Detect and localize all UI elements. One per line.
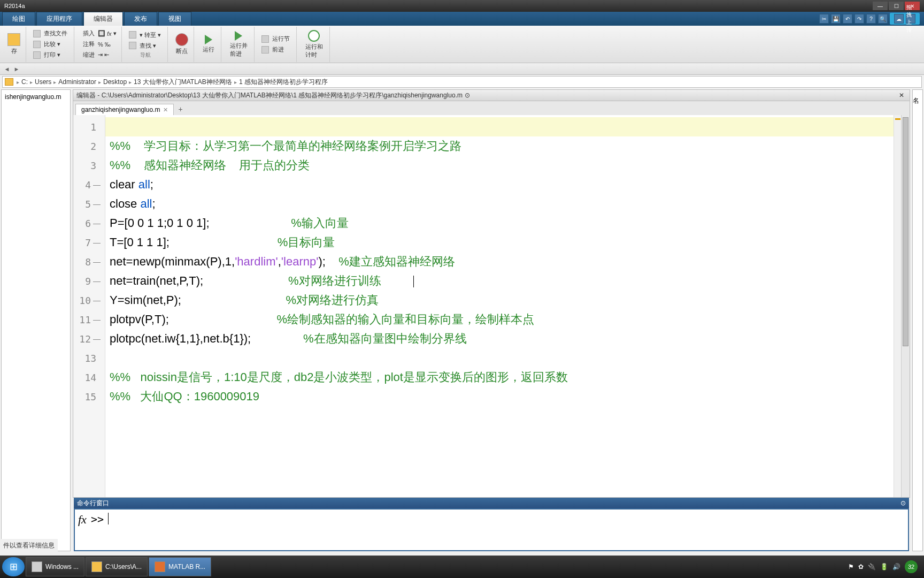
forward-button[interactable]: ► xyxy=(12,64,21,74)
code-editor[interactable]: 1 2 3 4—5—6—7—8—9—10—11—12—13 14 15 %% 学… xyxy=(73,115,910,498)
dock-cmd-icon[interactable]: ⊙ xyxy=(900,499,906,507)
goto-icon xyxy=(129,31,136,39)
insert-row[interactable]: 插入 🔲 fx ▾ xyxy=(80,28,118,39)
undo-icon[interactable]: ↶ xyxy=(843,14,852,24)
code-body[interactable]: %% 学习目标：从学习第一个最简单的神经网络案例开启学习之路%% 感知器神经网络… xyxy=(105,115,894,497)
explorer-icon xyxy=(32,561,42,572)
tab-apps[interactable]: 应用程序 xyxy=(36,12,82,26)
crumb-folder1[interactable]: 13 大仙带你入门MATLAB神经网络 xyxy=(133,78,233,87)
main-tabstrip: 绘图 应用程序 编辑器 发布 视图 ✂ 💾 ↶ ↷ ? 🔍 ☁ 拖拽上传 xyxy=(0,12,924,26)
editor-path: 编辑器 - C:\Users\Administrator\Desktop\13 … xyxy=(76,91,463,100)
crumb-c[interactable]: C: xyxy=(20,78,29,86)
save-file-icon xyxy=(7,33,20,46)
cut-icon[interactable]: ✂ xyxy=(819,14,829,24)
file-item[interactable]: ishenjingwangluo.m xyxy=(4,92,68,102)
run-section-button[interactable]: 运行节 xyxy=(260,34,293,44)
breadcrumb[interactable]: ▸ C:▸ Users▸ Administrator▸ Desktop▸ 13 … xyxy=(2,76,922,88)
advance-icon xyxy=(261,46,269,54)
clock-icon xyxy=(308,30,320,42)
close-editor-icon[interactable]: ✕ xyxy=(897,92,906,99)
command-prompt: >> xyxy=(91,513,104,526)
find-files-button[interactable]: 查找文件 xyxy=(32,28,71,39)
maximize-button[interactable]: ☐ xyxy=(889,2,904,10)
shield-icon[interactable]: ✿ xyxy=(858,563,864,571)
editor-panel: 编辑器 - C:\Users\Administrator\Desktop\13 … xyxy=(73,89,910,551)
text-cursor xyxy=(108,513,109,524)
message-strip[interactable] xyxy=(894,115,901,497)
search-doc-icon[interactable]: 🔍 xyxy=(878,14,888,24)
command-input-area[interactable]: fx >> xyxy=(74,508,909,551)
tab-view[interactable]: 视图 xyxy=(158,12,191,26)
search-icon xyxy=(129,42,136,49)
crumb-users[interactable]: Users xyxy=(34,78,52,86)
breakpoint-icon xyxy=(175,33,188,46)
app-title: R2014a xyxy=(4,3,25,9)
back-button[interactable]: ◄ xyxy=(2,64,12,74)
notification-count[interactable]: 32 xyxy=(905,560,918,573)
run-button[interactable]: 运行 xyxy=(199,34,218,55)
status-hint: 件以查看详细信息 xyxy=(0,539,58,552)
main-area: ishenjingwangluo.m 编辑器 - C:\Users\Admini… xyxy=(0,88,924,552)
taskbar-item[interactable]: Windows ... xyxy=(26,557,84,576)
file-tabs: ganzhiqishenjingwangluo.m ✕ + xyxy=(73,101,910,115)
battery-icon[interactable]: 🔋 xyxy=(880,563,888,571)
tab-editor[interactable]: 编辑器 xyxy=(83,12,123,26)
crumb-admin[interactable]: Administrator xyxy=(57,78,97,86)
help-icon[interactable]: ? xyxy=(866,14,876,24)
find-button[interactable]: 查找 ▾ xyxy=(127,41,164,51)
line-gutter: 1 2 3 4—5—6—7—8—9—10—11—12—13 14 15 xyxy=(73,115,105,497)
crumb-desktop[interactable]: Desktop xyxy=(102,78,128,86)
goto-button[interactable]: ▾ 转至 ▾ xyxy=(127,30,164,40)
crumb-folder2[interactable]: 1 感知器神经网络初步学习程序 xyxy=(238,78,329,87)
find-icon xyxy=(33,30,41,37)
comment-row[interactable]: 注释 % ‰ xyxy=(80,39,118,49)
taskbar-item[interactable]: C:\Users\A... xyxy=(86,557,148,576)
print-button[interactable]: 打印 ▾ xyxy=(32,50,71,60)
current-folder-panel[interactable]: ishenjingwangluo.m xyxy=(1,89,71,551)
current-line-highlight xyxy=(105,117,894,136)
windows-taskbar: ⊞ Windows ... C:\Users\A... MATLAB R... … xyxy=(0,556,924,578)
nav-history: ◄ ► xyxy=(0,63,924,75)
run-section-icon xyxy=(261,35,269,43)
editor-titlebar: 编辑器 - C:\Users\Administrator\Desktop\13 … xyxy=(73,89,910,101)
fx-icon[interactable]: fx xyxy=(78,513,87,527)
volume-icon[interactable]: 🔊 xyxy=(892,563,900,571)
command-window: 命令行窗口 ⊙ fx >> xyxy=(74,498,909,551)
play-icon xyxy=(205,35,212,44)
flag-icon[interactable]: ⚑ xyxy=(848,563,854,571)
matlab-icon xyxy=(155,561,165,572)
close-tab-icon[interactable]: ✕ xyxy=(163,107,168,113)
dock-icon[interactable]: ⊙ xyxy=(463,92,472,99)
print-icon xyxy=(33,51,41,59)
run-time-button[interactable]: 运行和 计时 xyxy=(302,29,326,60)
tab-plot[interactable]: 绘图 xyxy=(2,12,35,26)
compare-icon xyxy=(33,41,41,48)
play-advance-icon xyxy=(235,31,242,41)
redo-icon[interactable]: ↷ xyxy=(854,14,864,24)
indent-row[interactable]: 缩进 ⇥ ⇤ xyxy=(80,50,118,60)
taskbar-item[interactable]: MATLAB R... xyxy=(149,557,211,576)
network-icon[interactable]: 🔌 xyxy=(868,563,876,571)
command-window-title[interactable]: 命令行窗口 ⊙ xyxy=(74,498,909,508)
toolstrip: 存 查找文件 比较 ▾ 打印 ▾ 插入 🔲 fx ▾ 注释 % ‰ 缩进 ⇥ ⇤… xyxy=(0,26,924,63)
window-titlebar: R2014a — ☐ ✕ xyxy=(0,0,924,12)
run-advance-button[interactable]: 运行并 前进 xyxy=(227,30,251,59)
tab-publish[interactable]: 发布 xyxy=(124,12,157,26)
save-icon[interactable]: 💾 xyxy=(831,14,841,24)
file-tab-active[interactable]: ganzhiqishenjingwangluo.m ✕ xyxy=(75,104,174,115)
right-dock[interactable]: 名 xyxy=(912,89,923,551)
compare-button[interactable]: 比较 ▾ xyxy=(32,39,71,49)
folder-icon xyxy=(5,78,13,86)
scrollbar-thumb[interactable] xyxy=(903,117,908,346)
system-tray[interactable]: ⚑ ✿ 🔌 🔋 🔊 32 xyxy=(844,560,922,573)
upload-badge[interactable]: ☁ 拖拽上传 xyxy=(890,13,920,25)
cloud-icon: ☁ xyxy=(894,14,904,24)
new-tab-button[interactable]: + xyxy=(174,103,187,115)
save-button[interactable]: 存 xyxy=(5,32,22,56)
start-button[interactable]: ⊞ xyxy=(2,557,25,576)
minimize-button[interactable]: — xyxy=(873,2,888,10)
advance-button[interactable]: 前进 xyxy=(260,44,293,55)
folder-icon xyxy=(91,561,102,572)
vertical-scrollbar[interactable] xyxy=(901,115,910,497)
breakpoint-button[interactable]: 断点 xyxy=(173,32,190,56)
